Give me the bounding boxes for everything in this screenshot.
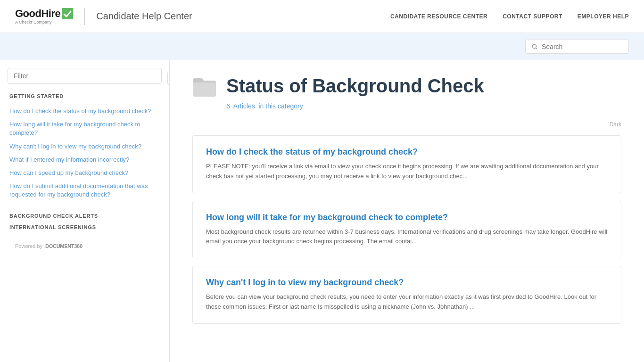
nav-contact-support[interactable]: CONTACT SUPPORT xyxy=(503,13,562,20)
article-card-2: How long will it take for my background … xyxy=(192,201,621,259)
filter-input[interactable] xyxy=(8,68,162,84)
folder-icon xyxy=(192,76,217,97)
header-divider xyxy=(84,8,85,25)
article-title-3[interactable]: Why can't I log in to view my background… xyxy=(206,278,608,288)
search-bar xyxy=(0,33,644,60)
dark-label: Dark xyxy=(192,121,621,128)
main-layout: ◀ GETTING STARTED How do I check the sta… xyxy=(0,60,644,362)
svg-point-1 xyxy=(532,44,536,48)
sidebar-collapse-button[interactable]: ◀ xyxy=(167,72,170,85)
header-title: Candidate Help Center xyxy=(96,11,192,22)
sidebar: ◀ GETTING STARTED How do I check the sta… xyxy=(0,60,170,362)
sidebar-link-2[interactable]: How long will it take for my background … xyxy=(8,118,169,140)
sidebar-link-5[interactable]: How can I speed up my background check? xyxy=(8,166,169,180)
category-title: Status of Background Check xyxy=(226,75,484,97)
sidebar-section-alerts: BACKGROUND CHECK ALERTS xyxy=(8,213,169,219)
articles-label: Articles xyxy=(233,102,255,110)
nav-candidate-resource-center[interactable]: CANDIDATE RESOURCE CENTER xyxy=(390,13,487,20)
articles-count: 6 Articles in this category xyxy=(192,102,621,110)
sidebar-section-title-getting-started: GETTING STARTED xyxy=(8,93,169,99)
footer-brand: DOCUMENT360 xyxy=(45,243,83,249)
search-input-wrap[interactable] xyxy=(525,40,629,54)
article-excerpt-2: Most background check results are return… xyxy=(206,227,608,247)
article-excerpt-1: PLEASE NOTE: you'll receive a link via e… xyxy=(206,162,608,181)
sidebar-section-getting-started: GETTING STARTED How do I check the statu… xyxy=(8,93,169,202)
sidebar-link-4[interactable]: What if I entered my information incorre… xyxy=(8,153,169,166)
header-nav: CANDIDATE RESOURCE CENTER CONTACT SUPPOR… xyxy=(390,13,629,20)
svg-rect-0 xyxy=(62,8,73,19)
sidebar-link-1[interactable]: How do I check the status of my backgrou… xyxy=(8,105,169,118)
nav-employer-help[interactable]: EMPLOYER HELP xyxy=(578,13,629,20)
logo-area: GoodHire A Checkr Company xyxy=(15,8,73,25)
main-content: Status of Background Check 6 Articles in… xyxy=(170,60,644,362)
article-card-1: How do I check the status of my backgrou… xyxy=(192,135,621,193)
articles-count-number: 6 xyxy=(226,102,230,110)
articles-suffix: in this category xyxy=(259,102,303,110)
logo-text: GoodHire A Checkr Company xyxy=(15,8,73,25)
logo-goodhire: GoodHire xyxy=(15,8,60,19)
article-excerpt-3: Before you can view your background chec… xyxy=(206,292,608,312)
sidebar-footer: Powered by DOCUMENT360 xyxy=(8,236,169,256)
article-title-1[interactable]: How do I check the status of my backgrou… xyxy=(206,147,608,157)
logo-checkr: A Checkr Company xyxy=(15,20,73,25)
sidebar-section-international: INTERNATIONAL SCREENINGS xyxy=(8,224,169,230)
search-icon xyxy=(531,43,538,50)
sidebar-link-6[interactable]: How do I submit additional documentation… xyxy=(8,180,169,201)
svg-line-2 xyxy=(536,48,537,49)
footer-powered-text: Powered by xyxy=(15,243,42,249)
sidebar-link-3[interactable]: Why can't I log in to view my background… xyxy=(8,140,169,153)
search-input[interactable] xyxy=(542,43,623,50)
header-left: GoodHire A Checkr Company Candidate Help… xyxy=(15,8,192,25)
sidebar-section-title-alerts: BACKGROUND CHECK ALERTS xyxy=(8,213,169,219)
article-title-2[interactable]: How long will it take for my background … xyxy=(206,213,608,222)
page-header: GoodHire A Checkr Company Candidate Help… xyxy=(0,0,644,33)
article-card-3: Why can't I log in to view my background… xyxy=(192,266,621,324)
sidebar-section-title-international: INTERNATIONAL SCREENINGS xyxy=(8,224,169,230)
sidebar-links-getting-started: How do I check the status of my backgrou… xyxy=(8,105,169,202)
category-header: Status of Background Check xyxy=(192,75,621,97)
logo-checkmark-icon xyxy=(62,8,73,19)
